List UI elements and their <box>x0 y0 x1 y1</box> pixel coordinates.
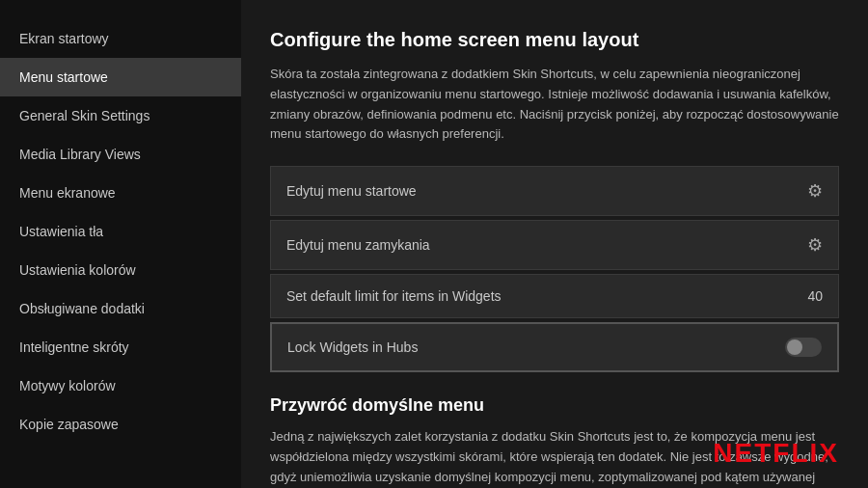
sidebar-item-ustawienia-kolorow[interactable]: Ustawienia kolorów <box>0 251 241 289</box>
settings-row-edytuj-menu-startowe[interactable]: Edytuj menu startowe⚙ <box>270 166 839 216</box>
sidebar-item-obslugiwane-dodatki[interactable]: Obsługiwane dodatki <box>0 289 241 328</box>
toggle-lock-widgets[interactable] <box>785 338 822 357</box>
page-title: Configure the home screen menu layout <box>270 29 839 51</box>
main-content: Configure the home screen menu layout Sk… <box>241 0 868 488</box>
row-label-lock-widgets: Lock Widgets in Hubs <box>287 339 418 355</box>
sidebar-item-general-skin-settings[interactable]: General Skin Settings <box>0 96 241 135</box>
sidebar-item-inteligentne-skroty[interactable]: Inteligentne skróty <box>0 328 241 366</box>
sidebar-item-motywy-kolorow[interactable]: Motywy kolorów <box>0 366 241 405</box>
sidebar-item-media-library-views[interactable]: Media Library Views <box>0 135 241 174</box>
row-label-edytuj-menu-zamykania: Edytuj menu zamykania <box>286 237 430 253</box>
sidebar-item-menu-ekranowe[interactable]: Menu ekranowe <box>0 174 241 212</box>
settings-row-set-default-limit[interactable]: Set default limit for items in Widgets40 <box>270 274 839 318</box>
settings-row-lock-widgets[interactable]: Lock Widgets in Hubs <box>270 322 839 372</box>
row-label-edytuj-menu-startowe: Edytuj menu startowe <box>286 183 417 199</box>
netflix-logo: NETFLIX <box>713 438 839 469</box>
sidebar-item-ustawienia-tla[interactable]: Ustawienia tła <box>0 212 241 251</box>
row-value-set-default-limit: 40 <box>807 288 823 304</box>
page-description: Skóra ta została zintegrowana z dodatkie… <box>270 65 839 145</box>
toggle-knob <box>787 339 802 355</box>
sidebar: Ekran startowyMenu startoweGeneral Skin … <box>0 0 241 488</box>
row-label-set-default-limit: Set default limit for items in Widgets <box>286 288 502 304</box>
sidebar-item-kopie-zapasowe[interactable]: Kopie zapasowe <box>0 405 241 444</box>
sidebar-item-ekran-startowy[interactable]: Ekran startowy <box>0 19 241 58</box>
settings-row-edytuj-menu-zamykania[interactable]: Edytuj menu zamykania⚙ <box>270 220 839 270</box>
sidebar-item-menu-startowe[interactable]: Menu startowe <box>0 58 241 96</box>
gear-icon: ⚙ <box>807 234 823 256</box>
section2-title: Przywróć domyślne menu <box>270 395 839 416</box>
settings-rows-container: Edytuj menu startowe⚙Edytuj menu zamykan… <box>270 166 839 372</box>
gear-icon: ⚙ <box>807 180 823 202</box>
